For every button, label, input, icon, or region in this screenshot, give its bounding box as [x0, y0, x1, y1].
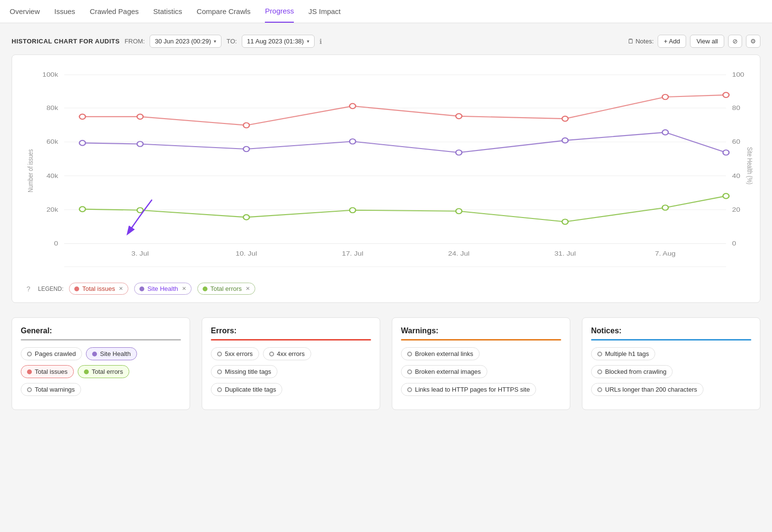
add-note-button[interactable]: + Add — [658, 35, 687, 48]
multiple-h1-chip[interactable]: Multiple h1 tags — [591, 347, 655, 360]
errors-divider — [211, 339, 371, 341]
notes-area: 🗒 Notes: + Add View all ⊘ ⚙ — [628, 35, 760, 48]
chart-container: 100k 80k 60k 40k 20k 0 100 80 60 40 20 0… — [12, 55, 760, 303]
notes-label: 🗒 Notes: — [628, 38, 654, 45]
broken-links-label: Broken external links — [415, 350, 473, 357]
svg-text:20: 20 — [732, 206, 740, 213]
total-errors-chip[interactable]: Total errors — [78, 365, 129, 378]
total-errors-close-icon[interactable]: ✕ — [246, 286, 250, 292]
url-length-chip[interactable]: URLs longer than 200 characters — [591, 383, 703, 396]
total-errors-dot — [203, 286, 207, 291]
svg-text:Number of issues: Number of issues — [27, 149, 34, 192]
total-issues-close-icon[interactable]: ✕ — [119, 286, 123, 292]
svg-point-40 — [562, 138, 568, 143]
from-date-selector[interactable]: 30 Jun 2023 (00:29) ▾ — [150, 35, 221, 48]
errors-chips-1: 5xx errors 4xx errors — [211, 347, 371, 360]
total-errors-chip-dot — [84, 369, 89, 374]
svg-text:24. Jul: 24. Jul — [448, 250, 469, 257]
site-health-chip[interactable]: Site Health — [86, 347, 137, 360]
svg-text:80: 80 — [732, 105, 740, 111]
svg-text:Site Health (%): Site Health (%) — [745, 147, 753, 184]
broken-images-dot — [407, 369, 412, 374]
general-divider — [21, 339, 181, 341]
svg-point-42 — [723, 150, 729, 155]
line-chart: 100k 80k 60k 40k 20k 0 100 80 60 40 20 0… — [22, 65, 750, 277]
broken-links-dot — [407, 352, 412, 356]
svg-point-36 — [137, 141, 143, 146]
total-warnings-label: Total warnings — [35, 386, 75, 393]
nav-progress[interactable]: Progress — [265, 0, 294, 23]
missing-title-chip[interactable]: Missing title tags — [211, 365, 277, 378]
svg-text:100k: 100k — [42, 71, 58, 78]
svg-point-46 — [350, 207, 356, 212]
site-health-chip-dot — [92, 352, 97, 356]
total-warnings-dot — [27, 387, 32, 392]
multiple-h1-label: Multiple h1 tags — [605, 350, 649, 357]
errors-section: Errors: 5xx errors 4xx errors Missing ti… — [202, 317, 380, 410]
url-length-label: URLs longer than 200 characters — [605, 386, 697, 393]
http-links-dot — [407, 387, 412, 392]
http-links-label: Links lead to HTTP pages for HTTPS site — [415, 386, 530, 393]
svg-text:100: 100 — [732, 71, 744, 78]
5xx-dot — [217, 352, 222, 356]
legend-chip-total-issues[interactable]: Total issues ✕ — [69, 283, 128, 295]
pages-crawled-chip[interactable]: Pages crawled — [21, 347, 82, 360]
svg-text:60k: 60k — [46, 138, 58, 145]
svg-point-27 — [80, 114, 86, 119]
total-errors-chip-label: Total errors — [92, 368, 123, 375]
nav-overview[interactable]: Overview — [10, 0, 40, 22]
from-date-value: 30 Jun 2023 (00:29) — [155, 38, 211, 45]
svg-point-49 — [662, 205, 669, 210]
nav-compare-crawls[interactable]: Compare Crawls — [197, 0, 251, 22]
general-chips-2: Total issues Total errors — [21, 365, 181, 378]
svg-text:60: 60 — [732, 138, 740, 145]
legend-chip-total-errors[interactable]: Total errors ✕ — [197, 283, 255, 295]
total-issues-chip[interactable]: Total issues — [21, 365, 74, 378]
svg-text:0: 0 — [54, 240, 58, 246]
legend-chip-site-health[interactable]: Site Health ✕ — [134, 283, 192, 295]
4xx-label: 4xx errors — [277, 350, 305, 357]
4xx-errors-chip[interactable]: 4xx errors — [263, 347, 311, 360]
svg-text:17. Jul: 17. Jul — [342, 250, 363, 257]
blocked-crawling-chip[interactable]: Blocked from crawling — [591, 365, 673, 378]
edit-icon-button[interactable]: ⊘ — [728, 35, 742, 48]
info-icon[interactable]: ℹ — [319, 38, 322, 45]
broken-external-links-chip[interactable]: Broken external links — [401, 347, 480, 360]
settings-icon-button[interactable]: ⚙ — [746, 35, 760, 48]
warnings-section: Warnings: Broken external links Broken e… — [392, 317, 570, 410]
svg-point-32 — [562, 116, 568, 121]
svg-point-33 — [662, 95, 669, 99]
http-links-chip[interactable]: Links lead to HTTP pages for HTTPS site — [401, 383, 536, 396]
pages-crawled-dot — [27, 352, 32, 356]
view-all-button[interactable]: View all — [690, 35, 724, 48]
nav-js-impact[interactable]: JS Impact — [308, 0, 341, 22]
pages-crawled-label: Pages crawled — [35, 350, 76, 357]
total-issues-chip-label: Total issues — [35, 368, 68, 375]
nav-crawled-pages[interactable]: Crawled Pages — [90, 0, 139, 22]
broken-external-images-chip[interactable]: Broken external images — [401, 365, 487, 378]
svg-text:40: 40 — [732, 172, 740, 179]
duplicate-title-dot — [217, 387, 222, 392]
nav-bar: Overview Issues Crawled Pages Statistics… — [0, 0, 772, 23]
nav-statistics[interactable]: Statistics — [153, 0, 182, 22]
general-chips-3: Total warnings — [21, 383, 181, 396]
notices-section: Notices: Multiple h1 tags Blocked from c… — [582, 317, 760, 410]
total-warnings-chip[interactable]: Total warnings — [21, 383, 81, 396]
svg-point-44 — [137, 207, 143, 212]
chart-title: HISTORICAL CHART FOR AUDITS — [12, 38, 120, 45]
5xx-errors-chip[interactable]: 5xx errors — [211, 347, 259, 360]
notices-chips-1: Multiple h1 tags — [591, 347, 751, 360]
legend-help-icon[interactable]: ? — [27, 285, 30, 293]
svg-point-29 — [243, 123, 249, 127]
site-health-close-icon[interactable]: ✕ — [182, 286, 186, 292]
duplicate-title-chip[interactable]: Duplicate title tags — [211, 383, 282, 396]
errors-title: Errors: — [211, 327, 371, 335]
general-title: General: — [21, 327, 181, 335]
nav-issues[interactable]: Issues — [55, 0, 75, 22]
legend-area: ? LEGEND: Total issues ✕ Site Health ✕ T… — [22, 283, 750, 295]
svg-point-43 — [80, 206, 86, 211]
svg-point-31 — [456, 114, 462, 119]
to-date-selector[interactable]: 11 Aug 2023 (01:38) ▾ — [242, 35, 315, 48]
multiple-h1-dot — [597, 352, 602, 356]
to-label: TO: — [226, 38, 236, 45]
